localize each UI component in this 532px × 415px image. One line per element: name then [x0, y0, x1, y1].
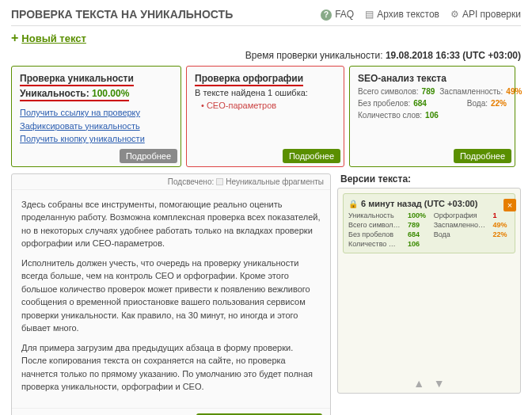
- seo-panel: SEO-анализ текста Всего символов: 789 За…: [349, 66, 515, 167]
- gear-icon: [450, 9, 459, 20]
- spelling-panel: Проверка орфографии В тексте найдена 1 о…: [186, 66, 344, 167]
- scroll-arrows[interactable]: ▲ ▼: [338, 377, 520, 390]
- archive-icon: [365, 9, 374, 20]
- close-icon[interactable]: ×: [504, 199, 516, 211]
- help-icon: [321, 9, 332, 21]
- versions-column: Версии текста: × 6 минут назад (UTC +03:…: [337, 173, 521, 416]
- uniq-more-button[interactable]: Подробнее: [120, 149, 177, 163]
- fix-link[interactable]: Зафиксировать уникальность: [20, 120, 173, 133]
- new-text-link[interactable]: Новый текст: [21, 32, 86, 44]
- button-link[interactable]: Получить кнопку уникальности: [20, 132, 173, 146]
- text-box: Подсвечено:Неуникальные фрагменты Здесь …: [11, 173, 331, 416]
- lock-icon: [348, 199, 358, 208]
- page-title: ПРОВЕРКА ТЕКСТА НА УНИКАЛЬНОСТЬ: [11, 8, 233, 21]
- versions-title: Версии текста:: [337, 173, 521, 185]
- uniq-panel-title: Проверка уникальности: [20, 73, 134, 86]
- error-item: СЕО-параметров: [201, 101, 336, 110]
- get-link[interactable]: Получить ссылку на проверку: [20, 106, 173, 120]
- seo-more-button[interactable]: Подробнее: [454, 149, 511, 163]
- check-timestamp: Время проверки уникальности: 19.08.2018 …: [11, 50, 521, 61]
- faq-link[interactable]: FAQ: [321, 9, 354, 21]
- top-links: FAQ Архив текстов API проверки: [321, 9, 521, 21]
- uniqueness-value: 100.00%: [92, 88, 129, 99]
- spell-panel-title: Проверка орфографии: [195, 73, 303, 86]
- text-content: Здесь собраны все инструменты, помогающи…: [12, 190, 330, 408]
- seo-panel-title: SEO-анализ текста: [358, 73, 507, 84]
- plus-icon: +: [11, 31, 18, 45]
- archive-link[interactable]: Архив текстов: [365, 9, 439, 21]
- highlight-legend: Подсвечено:Неуникальные фрагменты: [12, 174, 330, 190]
- version-card[interactable]: × 6 минут назад (UTC +03:00) Уникальност…: [343, 193, 515, 253]
- spell-more-button[interactable]: Подробнее: [283, 149, 340, 163]
- error-found-text: В тексте найдена 1 ошибка:: [195, 88, 336, 97]
- uniqueness-panel: Проверка уникальности Уникальность: 100.…: [11, 66, 181, 167]
- api-link[interactable]: API проверки: [450, 9, 521, 21]
